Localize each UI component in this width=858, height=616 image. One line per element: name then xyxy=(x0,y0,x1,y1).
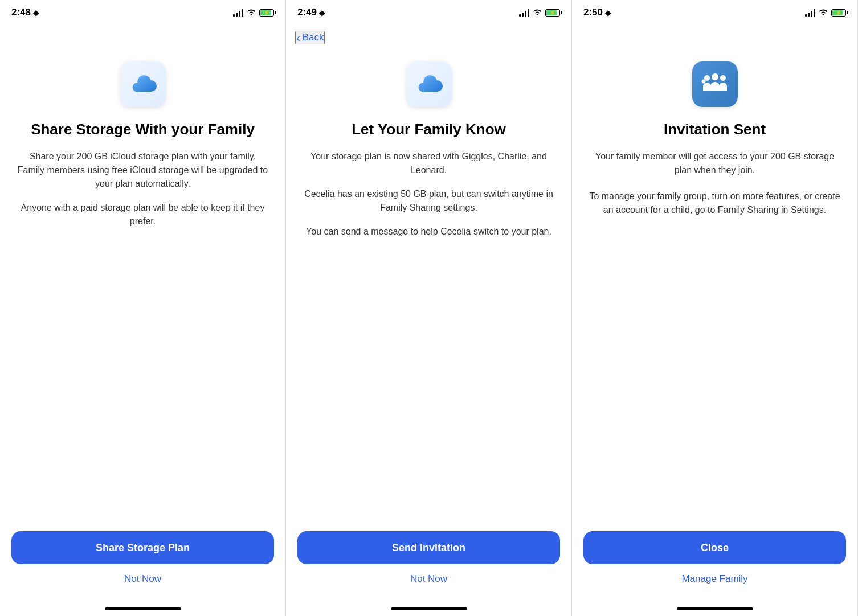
home-indicator-1 xyxy=(105,607,181,610)
back-label-2: Back xyxy=(303,32,324,43)
screen-title-3: Invitation Sent xyxy=(664,121,766,138)
battery-icon-1: ⚡ xyxy=(259,9,274,17)
screen-body-2c: You can send a message to help Cecelia s… xyxy=(306,225,551,239)
wifi-icon-2 xyxy=(533,8,542,17)
status-bar-3: 2:50 ◆ ⚡ xyxy=(572,0,857,25)
screen-body-3a: Your family member will get access to yo… xyxy=(588,150,841,177)
share-storage-plan-button[interactable]: Share Storage Plan xyxy=(11,531,274,564)
location-icon-2: ◆ xyxy=(319,9,325,17)
battery-icon-3: ⚡ xyxy=(831,9,846,17)
close-button[interactable]: Close xyxy=(583,531,846,564)
manage-family-button[interactable]: Manage Family xyxy=(681,571,747,587)
home-indicator-3 xyxy=(677,607,753,610)
svg-point-0 xyxy=(704,75,710,81)
signal-icon-3 xyxy=(805,9,815,17)
status-time-1: 2:48 ◆ xyxy=(11,7,39,18)
battery-icon-2: ⚡ xyxy=(545,9,560,17)
screen-3: 2:50 ◆ ⚡ xyxy=(572,0,858,616)
bottom-area-3: Close Manage Family xyxy=(572,531,857,603)
status-bar-1: 2:48 ◆ ⚡ xyxy=(0,0,285,25)
family-icon xyxy=(699,72,731,97)
screen-2: 2:49 ◆ ⚡ ‹ Back xyxy=(286,0,572,616)
nav-bar-2: ‹ Back xyxy=(286,25,571,50)
status-icons-1: ⚡ xyxy=(233,8,274,17)
nav-bar-3 xyxy=(572,25,857,50)
status-time-2: 2:49 ◆ xyxy=(297,7,325,18)
wifi-icon-1 xyxy=(247,8,256,17)
app-icon-1 xyxy=(120,61,166,107)
wifi-icon-3 xyxy=(819,8,828,17)
screen-body-1a: Share your 200 GB iCloud storage plan wi… xyxy=(16,150,269,191)
signal-icon-2 xyxy=(519,9,529,17)
family-icon-wrapper xyxy=(692,61,738,107)
content-1: Share Storage With your Family Share you… xyxy=(0,50,285,531)
home-indicator-2 xyxy=(391,607,467,610)
cloud-icon-1 xyxy=(128,73,158,95)
screen-body-1b: Anyone with a paid storage plan will be … xyxy=(16,201,269,228)
cloud-icon-2 xyxy=(414,73,444,95)
status-icons-2: ⚡ xyxy=(519,8,560,17)
back-chevron-icon: ‹ xyxy=(296,32,300,43)
bottom-area-2: Send Invitation Not Now xyxy=(286,531,571,603)
status-icons-3: ⚡ xyxy=(805,8,846,17)
screen-title-1: Share Storage With your Family xyxy=(31,121,255,138)
signal-icon-1 xyxy=(233,9,243,17)
screen-title-2: Let Your Family Know xyxy=(352,121,506,138)
send-invitation-button[interactable]: Send Invitation xyxy=(297,531,560,564)
back-button-2[interactable]: ‹ Back xyxy=(295,31,325,44)
svg-point-2 xyxy=(720,75,726,81)
nav-bar-1 xyxy=(0,25,285,50)
location-icon-3: ◆ xyxy=(605,9,611,17)
content-2: Let Your Family Know Your storage plan i… xyxy=(286,50,571,531)
location-icon-1: ◆ xyxy=(33,9,39,17)
not-now-button-1[interactable]: Not Now xyxy=(124,571,161,587)
status-bar-2: 2:49 ◆ ⚡ xyxy=(286,0,571,25)
bottom-area-1: Share Storage Plan Not Now xyxy=(0,531,285,603)
content-3: Invitation Sent Your family member will … xyxy=(572,50,857,531)
svg-point-3 xyxy=(701,80,705,84)
screen-body-3b: To manage your family group, turn on mor… xyxy=(588,190,841,217)
svg-point-1 xyxy=(712,73,718,80)
not-now-button-2[interactable]: Not Now xyxy=(410,571,447,587)
screen-1: 2:48 ◆ ⚡ xyxy=(0,0,286,616)
screen-body-2b: Cecelia has an existing 50 GB plan, but … xyxy=(302,187,555,215)
app-icon-2 xyxy=(406,61,452,107)
status-time-3: 2:50 ◆ xyxy=(583,7,611,18)
screen-body-2a: Your storage plan is now shared with Gig… xyxy=(302,150,555,177)
